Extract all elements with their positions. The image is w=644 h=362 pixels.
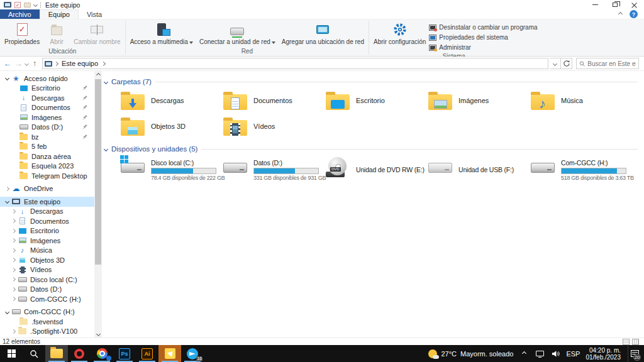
- drive-tile-datos-d[interactable]: Datos (D:) 331 GB disponibles de 931 GB: [223, 156, 326, 184]
- chevron-right-icon[interactable]: [11, 229, 15, 233]
- sidebar-item-com-cgcc-h-root[interactable]: Com-CGCC (H:): [0, 307, 94, 317]
- chevron-right-icon[interactable]: [11, 287, 15, 292]
- sidebar-item-pc-disco-c[interactable]: Disco local (C:): [0, 275, 94, 285]
- sidebar-item-pc-datos-d[interactable]: Datos (D:): [0, 285, 94, 295]
- network-icon[interactable]: [535, 351, 545, 356]
- taskbar-photoshop[interactable]: Ps: [113, 345, 136, 362]
- search-input[interactable]: [587, 60, 636, 67]
- large-icons-view-icon[interactable]: [632, 339, 639, 345]
- sidebar-item-danza-aerea[interactable]: Danza aérea: [0, 151, 94, 162]
- sidebar-item-pc-com-cgcc-h[interactable]: Com-CGCC (H:): [0, 294, 94, 304]
- new-folder-qat-icon[interactable]: [24, 3, 31, 8]
- forward-icon[interactable]: →: [14, 59, 24, 68]
- tab-vista[interactable]: Vista: [79, 9, 110, 19]
- language-indicator[interactable]: ESP: [566, 350, 580, 358]
- breadcrumb-chevron-icon[interactable]: [54, 61, 58, 65]
- section-header-carpetas[interactable]: Carpetas (7): [104, 76, 644, 87]
- abrir-configuracion-button[interactable]: Abrir configuración: [370, 21, 429, 45]
- sidebar-item-pc-escritorio[interactable]: Escritorio: [0, 226, 94, 236]
- back-icon[interactable]: ←: [3, 59, 13, 68]
- sidebar-item-documentos[interactable]: Documentos: [0, 103, 94, 113]
- show-hidden-icons-button[interactable]: [519, 352, 529, 355]
- sidebar-item-pc-descargas[interactable]: ↓ Descargas: [0, 207, 94, 217]
- desinstalar-button[interactable]: Desinstalar o cambiar un programa: [429, 23, 537, 32]
- pin-icon[interactable]: [82, 133, 88, 141]
- close-button[interactable]: [625, 0, 644, 9]
- chevron-right-icon[interactable]: [11, 238, 15, 243]
- start-button[interactable]: [0, 345, 23, 362]
- chevron-right-icon[interactable]: [11, 209, 15, 214]
- pin-icon[interactable]: [82, 84, 88, 92]
- chevron-right-icon[interactable]: [4, 187, 9, 191]
- drive-tile-com-cgcc-h[interactable]: Com-CGCC (H:) 518 GB disponibles de 3.63…: [531, 156, 633, 184]
- sidebar-item-datos-d[interactable]: Datos (D:): [0, 123, 94, 133]
- tab-equipo[interactable]: Equipo: [40, 9, 79, 19]
- chevron-right-icon[interactable]: [11, 219, 15, 223]
- cambiar-nombre-button[interactable]: Cambiar nombre: [70, 21, 123, 45]
- folder-tile-descargas[interactable]: Descargas: [121, 89, 223, 112]
- abrir-button[interactable]: Abrir: [43, 21, 70, 45]
- sidebar-item-5-feb[interactable]: 5 feb: [0, 142, 94, 152]
- drive-tile-dvd-e[interactable]: DVD Unidad de DVD RW (E:): [326, 156, 428, 184]
- taskbar-opera[interactable]: [68, 345, 91, 362]
- breadcrumb-segment[interactable]: Este equipo: [62, 60, 98, 67]
- sidebar-item-pc-objetos-3d[interactable]: Objetos 3D: [0, 255, 94, 265]
- scroll-up-icon[interactable]: [94, 71, 102, 79]
- help-icon[interactable]: ?: [630, 10, 638, 18]
- properties-qat-icon[interactable]: ✓: [14, 2, 21, 8]
- pin-icon[interactable]: [82, 114, 88, 121]
- administrar-button[interactable]: Administrar: [429, 43, 537, 52]
- chevron-right-icon[interactable]: [11, 268, 15, 272]
- breadcrumb-chevron-icon[interactable]: [101, 61, 106, 65]
- recent-locations-chevron-icon[interactable]: [25, 61, 29, 65]
- chevron-down-icon[interactable]: [4, 76, 9, 80]
- sidebar-item-pc-documentos[interactable]: Documentos: [0, 216, 94, 226]
- qat-customize-chevron-icon[interactable]: [33, 3, 38, 7]
- taskbar-illustrator[interactable]: Ai: [136, 345, 158, 362]
- chevron-right-icon[interactable]: [11, 277, 15, 282]
- sidebar-item-pc-musica[interactable]: ♪ Música: [0, 246, 94, 256]
- pin-icon[interactable]: [82, 104, 88, 111]
- conectar-unidad-button[interactable]: Conectar a unidad de red: [196, 21, 279, 45]
- sidebar-item-pc-videos[interactable]: Vídeos: [0, 265, 94, 275]
- sidebar-item-esquela-2023[interactable]: Esquela 2023: [0, 162, 94, 172]
- chevron-right-icon[interactable]: [11, 248, 15, 253]
- address-bar[interactable]: Este equipo: [42, 58, 548, 69]
- sidebar-item-acceso-rapido[interactable]: ★ Acceso rápido: [0, 74, 94, 84]
- drive-tile-usb-f[interactable]: Unidad de USB (F:): [428, 156, 531, 184]
- drive-tile-disco-local-c[interactable]: Disco local (C:) 78.4 GB disponibles de …: [121, 156, 223, 184]
- weather-widget[interactable]: 27°C Mayorm. soleado: [428, 349, 513, 358]
- taskbar-sticky-notes[interactable]: [158, 345, 181, 362]
- scrollbar-thumb[interactable]: [95, 79, 101, 265]
- agregar-ubicacion-button[interactable]: Agregar una ubicación de red: [279, 21, 367, 45]
- address-dropdown-button[interactable]: [550, 58, 561, 69]
- sidebar-item-este-equipo[interactable]: Este equipo: [0, 197, 94, 207]
- sidebar-scrollbar[interactable]: [94, 71, 102, 337]
- acceso-multimedia-button[interactable]: Acceso a multimedia: [127, 21, 196, 45]
- taskbar-search-button[interactable]: [23, 345, 45, 362]
- sidebar-item-bz[interactable]: bz: [0, 132, 94, 142]
- folder-tile-videos[interactable]: Vídeos: [223, 114, 326, 138]
- folder-tile-escritorio[interactable]: Escritorio: [326, 89, 428, 112]
- pin-icon[interactable]: [82, 123, 88, 131]
- section-header-dispositivos[interactable]: Dispositivos y unidades (5): [104, 143, 644, 155]
- details-view-icon[interactable]: [623, 339, 630, 345]
- up-icon[interactable]: ↑: [30, 59, 40, 68]
- chevron-right-icon[interactable]: [11, 329, 15, 334]
- chevron-right-icon[interactable]: [11, 297, 15, 301]
- search-box[interactable]: [576, 58, 639, 69]
- folder-tile-imagenes[interactable]: Imágenes: [428, 89, 531, 112]
- sidebar-item-onedrive[interactable]: ☁ OneDrive: [0, 184, 94, 194]
- section-collapse-icon[interactable]: [104, 79, 108, 84]
- taskbar-file-explorer[interactable]: [45, 345, 68, 362]
- sidebar-item-imagenes[interactable]: Imágenes: [0, 112, 94, 123]
- volume-icon[interactable]: [550, 350, 560, 358]
- sidebar-item-pc-imagenes[interactable]: Imágenes: [0, 236, 94, 246]
- pin-icon[interactable]: [82, 94, 88, 102]
- folder-tile-documentos[interactable]: Documentos: [223, 89, 326, 112]
- sidebar-item-spotlight-v100[interactable]: .Spotlight-V100: [0, 327, 94, 337]
- folder-tile-musica[interactable]: ♪ Música: [531, 89, 633, 112]
- sidebar-item-telegram-desktop[interactable]: Telegram Desktop: [0, 171, 94, 181]
- sidebar-item-escritorio[interactable]: Escritorio: [0, 84, 94, 94]
- sidebar-item-descargas[interactable]: ↓ Descargas: [0, 93, 94, 103]
